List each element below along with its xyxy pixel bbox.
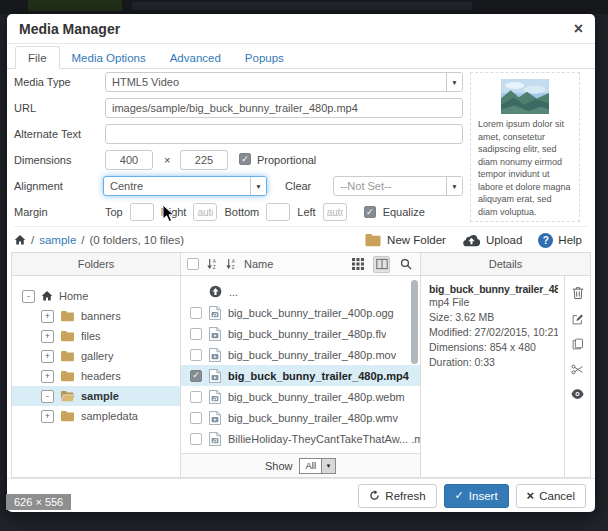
- url-input[interactable]: [105, 98, 463, 118]
- help-button[interactable]: ? Help: [538, 233, 582, 248]
- search-icon[interactable]: [397, 256, 414, 273]
- file-row-big-buck-bunny-trailer-400p-ogg[interactable]: big_buck_bunny_trailer_400p.ogg: [181, 302, 420, 323]
- insert-button[interactable]: ✓ Insert: [444, 484, 509, 508]
- file-row-big-buck-bunny-trailer-480p-wmv[interactable]: big_buck_bunny_trailer_480p.wmv: [181, 407, 420, 428]
- alignment-label: Alignment: [14, 180, 63, 192]
- refresh-button[interactable]: Refresh: [358, 484, 436, 508]
- height-input[interactable]: [180, 150, 228, 170]
- collapse-icon[interactable]: -: [41, 390, 54, 403]
- folder-icon: [60, 330, 75, 342]
- margin-left-input[interactable]: [323, 203, 347, 221]
- details-file-title: big_buck_bunny_trailer_480p: [429, 283, 558, 295]
- width-input[interactable]: [105, 150, 153, 170]
- check-icon: ✓: [455, 490, 464, 501]
- clear-label: Clear: [285, 180, 311, 192]
- dimensions-separator: ×: [164, 154, 170, 166]
- folder-item-sampledata[interactable]: +sampledata: [12, 406, 180, 426]
- clear-value: --Not Set--: [340, 180, 391, 192]
- margin-right-input[interactable]: [193, 203, 217, 221]
- folder-item-gallery[interactable]: +gallery: [12, 346, 180, 366]
- file-checkbox[interactable]: [190, 391, 202, 403]
- file-checkbox[interactable]: [190, 328, 202, 340]
- background-toolbar-fragment: [28, 0, 122, 11]
- sort-name-icon[interactable]: AZ: [225, 258, 237, 270]
- folder-label: sampledata: [81, 410, 138, 422]
- file-row-big-buck-bunny-trailer-480p-mov[interactable]: big_buck_bunny_trailer_480p.mov: [181, 344, 420, 365]
- file-row-big-buck-bunny-trailer-480p-mp4[interactable]: ✓big_buck_bunny_trailer_480p.mp4: [181, 365, 420, 386]
- folder-label: sample: [81, 390, 119, 402]
- copy-icon[interactable]: [572, 338, 584, 350]
- list-view-icon[interactable]: [373, 256, 390, 273]
- help-icon: ?: [538, 233, 553, 248]
- alternate-text-input[interactable]: [105, 124, 463, 144]
- file-checkbox[interactable]: [190, 433, 202, 445]
- proportional-label: Proportional: [257, 154, 316, 166]
- close-icon[interactable]: ×: [574, 21, 583, 37]
- dimensions-label: Dimensions: [14, 154, 71, 166]
- show-value: All: [300, 459, 321, 473]
- upload-button[interactable]: Upload: [462, 233, 522, 247]
- files-panel: AZ AZ Name ...big_buck_bunny_trailer_400…: [181, 253, 421, 477]
- chevron-down-icon: ▼: [321, 459, 335, 473]
- x-icon: ×: [527, 489, 535, 502]
- folder-item-home[interactable]: -Home: [12, 286, 180, 306]
- file-checkbox[interactable]: [190, 307, 202, 319]
- file-video-icon: [209, 369, 221, 383]
- file-name: big_buck_bunny_trailer_400p.ogg: [228, 307, 394, 319]
- file-name: big_buck_bunny_trailer_480p.wmv: [228, 412, 398, 424]
- expand-icon[interactable]: +: [41, 350, 54, 363]
- select-all-checkbox[interactable]: [187, 258, 199, 270]
- new-folder-label: New Folder: [387, 234, 446, 246]
- file-row-big-buck-bunny-trailer-480p-webm[interactable]: big_buck_bunny_trailer_480p.webm: [181, 386, 420, 407]
- parent-folder-row[interactable]: ...: [181, 281, 420, 302]
- expand-icon[interactable]: +: [41, 330, 54, 343]
- tab-popups[interactable]: Popups: [233, 47, 296, 68]
- name-column-header[interactable]: Name: [244, 258, 273, 270]
- trash-icon[interactable]: [572, 286, 584, 300]
- file-row-big-buck-bunny-trailer-480p-flv[interactable]: big_buck_bunny_trailer_480p.flv: [181, 323, 420, 344]
- collapse-icon[interactable]: -: [22, 290, 35, 303]
- home-icon[interactable]: [14, 234, 26, 246]
- folder-label: gallery: [81, 350, 113, 362]
- alignment-select[interactable]: Centre ▼: [103, 176, 267, 196]
- breadcrumb-folder-link[interactable]: sample: [39, 234, 76, 246]
- clear-select[interactable]: --Not Set-- ▼: [333, 176, 463, 196]
- url-label: URL: [14, 102, 36, 114]
- tab-advanced[interactable]: Advanced: [158, 47, 233, 68]
- margin-top-input[interactable]: [130, 203, 154, 221]
- expand-icon[interactable]: +: [41, 370, 54, 383]
- cut-icon[interactable]: [571, 363, 584, 376]
- preview-box: Lorem ipsum dolor sit amet, consetetur s…: [470, 72, 580, 222]
- sort-ascending-icon[interactable]: AZ: [206, 258, 218, 270]
- margin-left-label: Left: [297, 206, 315, 218]
- scrollbar-thumb[interactable]: [411, 280, 418, 364]
- eye-icon[interactable]: [571, 389, 584, 399]
- equalize-checkbox[interactable]: ✓: [364, 206, 376, 218]
- media-type-select[interactable]: HTML5 Video ▼: [105, 72, 463, 92]
- folder-icon: [60, 370, 75, 382]
- folder-item-files[interactable]: +files: [12, 326, 180, 346]
- margin-fields: TopRightBottomLeft✓Equalize: [105, 203, 425, 221]
- edit-icon[interactable]: [572, 313, 584, 325]
- margin-bottom-input[interactable]: [266, 203, 290, 221]
- show-select[interactable]: All ▼: [299, 458, 336, 474]
- expand-icon[interactable]: +: [41, 310, 54, 323]
- file-checkbox[interactable]: [190, 349, 202, 361]
- proportional-checkbox[interactable]: ✓: [239, 153, 251, 165]
- new-folder-button[interactable]: New Folder: [364, 233, 446, 247]
- file-checkbox[interactable]: [190, 412, 202, 424]
- tab-file[interactable]: File: [15, 46, 60, 69]
- folder-item-banners[interactable]: +banners: [12, 306, 180, 326]
- expand-icon[interactable]: +: [41, 410, 54, 423]
- file-row-billieholiday-theycanttakethataw-mp3[interactable]: BillieHoliday-TheyCantTakeThatAw... .mp3: [181, 428, 420, 449]
- chevron-down-icon: ▼: [446, 177, 462, 195]
- folder-item-sample[interactable]: -sample: [12, 386, 180, 406]
- detail-line: Duration: 0:33: [429, 355, 558, 370]
- file-checkbox[interactable]: ✓: [190, 370, 202, 382]
- grid-view-icon[interactable]: [349, 256, 366, 273]
- folder-tree: -Home+banners+files+gallery+headers-samp…: [12, 276, 180, 477]
- cancel-button[interactable]: × Cancel: [516, 484, 586, 508]
- tab-media-options[interactable]: Media Options: [60, 47, 158, 68]
- insert-label: Insert: [469, 490, 498, 502]
- folder-item-headers[interactable]: +headers: [12, 366, 180, 386]
